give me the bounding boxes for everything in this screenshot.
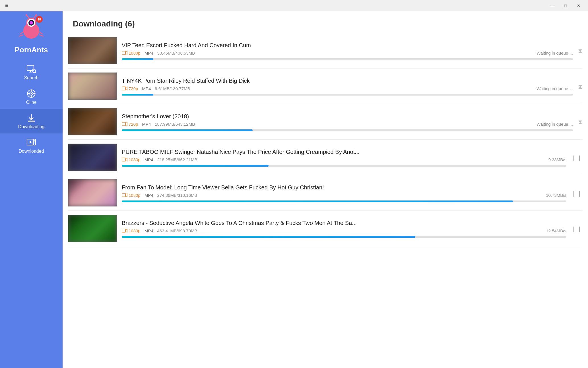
download-status: Waiting in queue ... [537, 51, 573, 55]
minimize-button[interactable]: — [546, 1, 559, 10]
video-icon [122, 51, 127, 55]
download-thumb [68, 144, 117, 171]
queue-icon[interactable]: ⧗ [578, 82, 582, 90]
sidebar-item-search[interactable]: Search [0, 60, 63, 84]
download-item: From Fan To Model: Long Time Viewer Bell… [68, 175, 582, 211]
sidebar-downloaded-label: Downloaded [19, 149, 44, 154]
download-status: 12.54MB/s [546, 228, 566, 233]
search-icon [26, 64, 36, 74]
download-item: PURE TABOO MILF Swinger Natasha Nice Pay… [68, 140, 582, 175]
svg-marker-44 [125, 229, 127, 232]
progress-bar [122, 129, 253, 131]
sidebar-item-downloaded[interactable]: Downloaded [0, 133, 63, 158]
download-info: Brazzers - Seductive Angela White Goes T… [122, 219, 566, 238]
quality-badge: 1080p [122, 157, 141, 162]
download-item: VIP Teen Escort Fucked Hard And Covered … [68, 33, 582, 69]
progress-bar-container [122, 94, 573, 96]
downloaded-icon [26, 137, 36, 148]
svg-rect-33 [122, 51, 126, 55]
format-label: MP4 [145, 193, 153, 198]
svg-point-22 [31, 93, 32, 94]
svg-line-9 [20, 31, 24, 34]
download-meta: 1080pMP4274.36MB/310.16MB10.73MB/s [122, 193, 566, 198]
download-thumb [68, 215, 117, 242]
download-size: 218.25MB/662.21MB [157, 157, 197, 162]
svg-marker-28 [30, 141, 32, 143]
download-size: 9.61MB/130.77MB [155, 86, 190, 91]
queue-icon[interactable]: ⧗ [578, 46, 582, 55]
download-thumb [68, 37, 117, 64]
download-meta: 1080pMP4218.25MB/662.21MB9.38MB/s [122, 157, 566, 162]
download-info: PURE TABOO MILF Swinger Natasha Nice Pay… [122, 148, 566, 167]
video-icon [122, 86, 127, 91]
app-name: PornAnts [15, 46, 48, 54]
download-size: 274.36MB/310.16MB [157, 193, 197, 198]
sidebar-downloading-label: Downloading [18, 124, 45, 129]
svg-rect-37 [122, 122, 126, 126]
pause-button[interactable]: ❙❙ [572, 189, 582, 197]
online-icon [26, 88, 36, 99]
progress-bar [122, 236, 415, 238]
video-icon [122, 193, 127, 197]
app-logo: 18 [17, 14, 46, 43]
progress-bar [122, 165, 269, 167]
quality-badge: 720p [122, 122, 138, 127]
svg-line-11 [38, 31, 43, 34]
download-info: TINY4K Porn Star Riley Reid Stuffed With… [122, 77, 573, 96]
svg-marker-36 [125, 87, 127, 90]
video-icon [122, 122, 127, 126]
progress-bar-container [122, 129, 573, 131]
svg-rect-39 [122, 158, 126, 161]
format-label: MP4 [145, 228, 153, 233]
download-size: 187.99MB/643.12MB [155, 122, 195, 127]
sidebar-search-label: Search [24, 75, 39, 80]
download-meta: 720pMP4187.99MB/643.12MBWaiting in queue… [122, 122, 573, 127]
sidebar-item-online[interactable]: Oline [0, 84, 63, 109]
download-title: Stepmother's Lover (2018) [122, 113, 573, 120]
queue-icon[interactable]: ⧗ [578, 117, 582, 126]
page-title: Downloading (6) [63, 11, 588, 33]
download-item: TINY4K Porn Star Riley Reid Stuffed With… [68, 69, 582, 104]
quality-badge: 720p [122, 86, 138, 91]
svg-line-5 [27, 15, 29, 18]
quality-badge: 1080p [122, 193, 141, 198]
download-thumb [68, 179, 117, 206]
progress-bar-container [122, 165, 566, 167]
quality-badge: 1080p [122, 51, 141, 55]
download-list: VIP Teen Escort Fucked Hard And Covered … [63, 33, 588, 368]
progress-bar-container [122, 200, 566, 202]
sidebar-item-downloading[interactable]: Downloading [0, 109, 63, 133]
download-meta: 1080pMP4463.41MB/698.79MB12.54MB/s [122, 228, 566, 233]
download-meta: 1080pMP430.45MB/406.53MBWaiting in queue… [122, 51, 573, 55]
svg-rect-41 [122, 193, 126, 197]
maximize-button[interactable]: □ [559, 1, 572, 10]
format-label: MP4 [142, 86, 151, 91]
format-label: MP4 [145, 51, 153, 55]
pause-button[interactable]: ❙❙ [572, 153, 582, 161]
download-status: 9.38MB/s [548, 157, 566, 162]
download-status: Waiting in queue ... [537, 122, 573, 127]
progress-bar [122, 200, 513, 202]
svg-text:18: 18 [38, 18, 41, 21]
sidebar-online-label: Oline [26, 100, 36, 105]
menu-icon[interactable]: ≡ [0, 1, 13, 10]
download-info: From Fan To Model: Long Time Viewer Bell… [122, 184, 566, 202]
format-label: MP4 [145, 157, 153, 162]
download-title: TINY4K Porn Star Riley Reid Stuffed With… [122, 77, 573, 84]
pause-button[interactable]: ❙❙ [572, 224, 582, 232]
video-icon [122, 157, 127, 162]
download-status: 10.73MB/s [546, 193, 566, 198]
progress-bar-container [122, 58, 573, 60]
download-status: Waiting in queue ... [537, 86, 573, 91]
quality-badge: 1080p [122, 228, 141, 233]
download-size: 30.45MB/406.53MB [157, 51, 195, 55]
download-title: From Fan To Model: Long Time Viewer Bell… [122, 184, 566, 191]
svg-marker-40 [125, 158, 127, 161]
close-button[interactable]: ✕ [572, 1, 585, 10]
svg-line-19 [35, 72, 36, 73]
download-info: Stepmother's Lover (2018) 720pMP4187.99M… [122, 113, 573, 131]
sidebar: 18 PornAnts Search [0, 11, 63, 368]
svg-line-12 [39, 35, 44, 36]
svg-marker-42 [125, 193, 127, 197]
svg-marker-34 [125, 51, 127, 55]
